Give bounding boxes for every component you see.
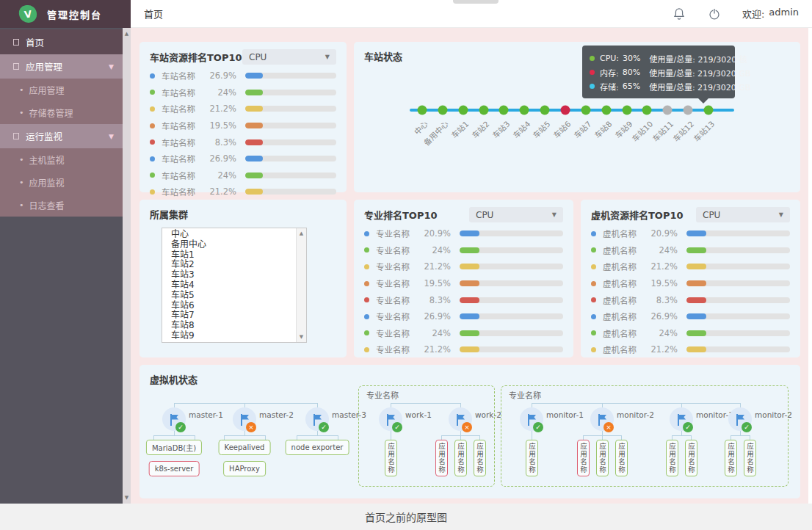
scroll-up-icon[interactable]: ▲ (297, 230, 306, 236)
vm-app-box: 应用名称 (666, 440, 678, 476)
rank-bar-track (686, 313, 790, 319)
station-label: 车站13 (691, 118, 717, 144)
rank-dot-icon (150, 189, 155, 195)
scroll-down-icon[interactable]: ▼ (123, 495, 131, 501)
rank-bar-track (245, 173, 336, 178)
rank-row: 专业名称21.2% (364, 258, 563, 275)
panel-station-status: 车站状态 中心备用中心车站1车站2车站3车站4车站5车站6车站7车站8车站9车站… (354, 42, 800, 192)
cluster-option[interactable]: 车站9 (162, 331, 296, 341)
rank-bar-fill (460, 297, 479, 303)
rank-row: 专业名称21.2% (364, 341, 563, 358)
station-dot[interactable] (520, 106, 529, 115)
rank-dot-icon (150, 173, 155, 178)
sidebar-item-home[interactable]: 首页 (0, 29, 123, 54)
sidebar-item-app-mgmt[interactable]: 应用管理▼ (0, 54, 123, 79)
rank-bar-fill (686, 297, 706, 303)
scroll-down-icon[interactable]: ▼ (297, 334, 306, 340)
rank-dot-icon (591, 347, 596, 352)
cluster-option[interactable]: 车站3 (162, 270, 296, 280)
cluster-option[interactable]: 车站8 (162, 321, 296, 331)
scroll-up-icon[interactable]: ▲ (123, 31, 131, 37)
sidebar-item-run-monitor[interactable]: 运行监视▼ (0, 124, 123, 148)
station-status-chart: 中心备用中心车站1车站2车站3车站4车站5车站6车站7车站8车站9车站10车站1… (354, 42, 800, 192)
station-dot[interactable] (684, 106, 693, 115)
station-dot[interactable] (581, 106, 590, 115)
station-dot[interactable] (499, 106, 509, 115)
rank-dot-icon (364, 314, 369, 319)
rank-bar-track (686, 346, 790, 352)
rank-item-label: 车站名称 (162, 103, 206, 115)
station-dot[interactable] (601, 106, 611, 115)
connector-line (672, 435, 691, 436)
station-dot[interactable] (642, 106, 652, 115)
station-label: 车站1 (449, 118, 471, 140)
rank-item-label: 虚机名称 (603, 228, 647, 239)
sidebar-item-label: 应用监视 (29, 176, 65, 189)
vm-app-box: 应用名称 (454, 440, 467, 476)
station-dot[interactable] (540, 106, 550, 115)
metric-dropdown[interactable]: CPU ▼ (696, 207, 790, 222)
page: V 管理控制台 首页应用管理▼•应用管理•存储卷管理运行监视▼•主机监视•应用监… (0, 0, 812, 530)
sidebar-scrollbar[interactable]: ▲ ▼ (123, 28, 131, 504)
station-dot[interactable] (418, 106, 427, 115)
sidebar-subitem-host-mon[interactable]: •主机监视 (0, 148, 123, 171)
station-dot[interactable] (561, 106, 570, 115)
chevron-down-icon: ▼ (109, 63, 114, 70)
rank-bar-track (686, 264, 790, 269)
tooltip-dot-icon (590, 70, 595, 75)
bullet-icon: • (19, 85, 24, 95)
metric-dropdown[interactable]: CPU ▼ (242, 49, 336, 65)
sidebar-subitem-app-mgmt[interactable]: •应用管理 (0, 79, 123, 101)
rank-item-value: 26.9% (206, 153, 236, 164)
station-dot[interactable] (663, 106, 673, 115)
vm-app-box: HAProxy (223, 461, 266, 476)
panel-head: 车站资源排名TOP10 CPU ▼ (139, 42, 347, 66)
rank-item-value: 21.2% (420, 344, 451, 355)
rank-item-value: 21.2% (647, 344, 678, 355)
bullet-icon: • (19, 108, 24, 117)
rank-item-value: 24% (420, 245, 451, 255)
power-icon[interactable] (707, 7, 722, 21)
status-ok-icon: ✓ (683, 422, 693, 432)
rank-bar-track (686, 330, 790, 336)
sidebar-subitem-storage[interactable]: •存储卷管理 (0, 101, 123, 124)
cluster-listbox[interactable]: 中心备用中心车站1车站2车站3车站4车站5车站6车站7车站8车站9 ▲ ▼ (162, 228, 307, 343)
panel-title: 虚机资源排名TOP10 (591, 208, 684, 222)
rank-bar-track (460, 230, 563, 236)
rank-dot-icon (150, 106, 155, 112)
cluster-option[interactable]: 车站5 (162, 291, 296, 301)
cluster-option[interactable]: 备用中心 (162, 240, 296, 250)
app-title: 管理控制台 (47, 7, 102, 21)
breadcrumb[interactable]: 首页 (144, 7, 163, 21)
rank-item-label: 专业名称 (376, 344, 420, 355)
metric-dropdown[interactable]: CPU ▼ (469, 207, 563, 222)
rank-row: 虚机名称24% (591, 325, 790, 342)
station-dot[interactable] (479, 106, 488, 115)
rank-item-value: 24% (206, 87, 236, 98)
cluster-option[interactable]: 中心 (162, 230, 296, 240)
vm-node-name: master-1 (189, 410, 223, 419)
bullet-icon: • (19, 155, 24, 164)
cluster-option[interactable]: 车站4 (162, 280, 296, 291)
chevron-down-icon: ▼ (552, 211, 557, 218)
sidebar-subitem-app-mon[interactable]: •应用监视 (0, 171, 123, 194)
tooltip-percent: 30% (623, 54, 640, 63)
station-dot[interactable] (704, 106, 714, 115)
station-dot[interactable] (458, 106, 468, 115)
status-error-icon: × (462, 422, 472, 432)
rank-bar-track (245, 90, 336, 95)
station-dot[interactable] (438, 106, 447, 115)
rank-item-value: 8.3% (647, 295, 678, 305)
status-ok-icon: ✓ (533, 422, 543, 432)
station-dot[interactable] (622, 106, 631, 115)
station-label: 车站12 (670, 118, 696, 144)
station-label: 车站8 (592, 118, 614, 140)
bell-icon[interactable] (672, 7, 686, 21)
vm-app-box: 应用名称 (577, 440, 590, 476)
station-label: 车站10 (629, 118, 655, 144)
sidebar-subitem-log-view[interactable]: •日志查看 (0, 194, 123, 217)
listbox-scrollbar[interactable]: ▲ ▼ (296, 228, 306, 342)
main-content: 车站资源排名TOP10 CPU ▼ 车站名称26.9%车站名称24%车站名称21… (131, 28, 808, 504)
username: admin (769, 7, 799, 21)
vm-app-box: 应用名称 (725, 440, 737, 476)
